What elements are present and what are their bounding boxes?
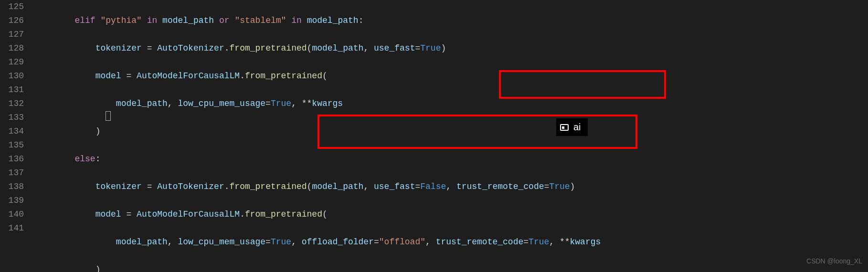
code-line[interactable]: model = AutoModelForCausalLM.from_pretra… <box>33 69 868 83</box>
ime-input-popup[interactable]: ai <box>556 118 588 136</box>
code-line[interactable]: tokenizer = AutoTokenizer.from_pretraine… <box>33 180 868 194</box>
line-number: 134 <box>0 125 24 138</box>
watermark-text: CSDN @loong_XL <box>806 254 862 268</box>
code-line[interactable]: model_path, low_cpu_mem_usage=True, offl… <box>33 235 868 249</box>
code-line[interactable]: model = AutoModelForCausalLM.from_pretra… <box>33 208 868 221</box>
ime-indicator-icon <box>560 124 569 131</box>
line-number: 132 <box>0 97 24 111</box>
line-number: 133 <box>0 111 24 125</box>
line-number: 137 <box>0 166 24 180</box>
code-editor[interactable]: 125 126 127 128 129 130 131 132 133 134 … <box>0 0 868 272</box>
code-line[interactable]: model_path, low_cpu_mem_usage=True, **kw… <box>33 97 868 111</box>
line-number: 138 <box>0 180 24 194</box>
code-line[interactable]: elif "pythia" in model_path or "stablelm… <box>33 14 868 28</box>
line-number: 126 <box>0 14 24 28</box>
line-number: 127 <box>0 28 24 42</box>
line-number: 135 <box>0 138 24 152</box>
code-line[interactable]: ) <box>33 125 868 138</box>
text-cursor <box>106 111 111 121</box>
code-line[interactable]: else: <box>33 152 868 166</box>
code-line[interactable]: tokenizer = AutoTokenizer.from_pretraine… <box>33 42 868 55</box>
line-number: 141 <box>0 221 24 235</box>
line-number: 131 <box>0 83 24 97</box>
code-line[interactable]: ) <box>33 263 868 272</box>
line-number: 130 <box>0 69 24 83</box>
line-number: 129 <box>0 55 24 69</box>
line-number: 128 <box>0 42 24 55</box>
line-number: 140 <box>0 208 24 221</box>
code-area[interactable]: elif "pythia" in model_path or "stablelm… <box>33 0 868 272</box>
line-number: 125 <box>0 0 24 14</box>
line-number: 139 <box>0 194 24 208</box>
line-number-gutter: 125 126 127 128 129 130 131 132 133 134 … <box>0 0 33 272</box>
line-number: 136 <box>0 152 24 166</box>
ime-text: ai <box>573 120 581 134</box>
